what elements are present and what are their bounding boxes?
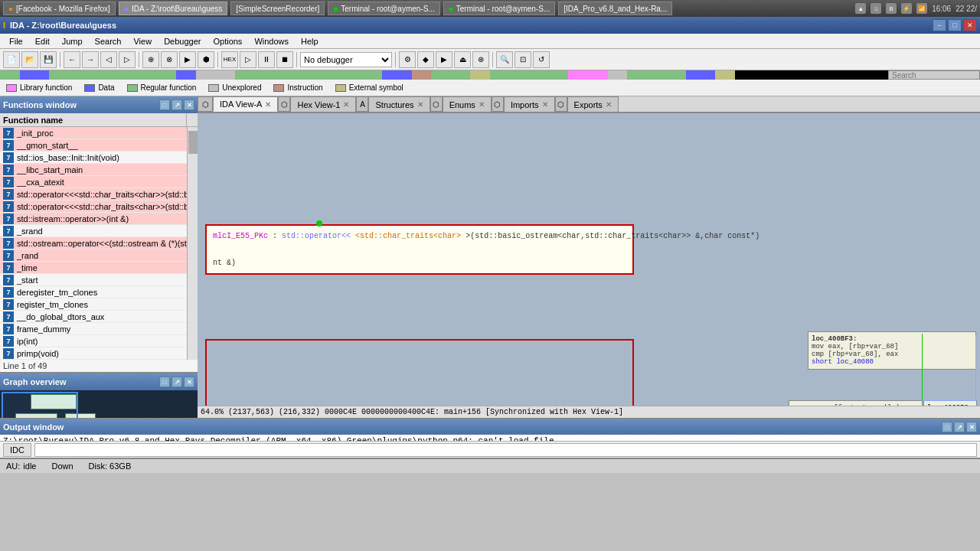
fn-list-item-2[interactable]: 7std::ios_base::Init::Init(void) <box>0 152 198 164</box>
toolbar-btn9[interactable]: ⏹ <box>276 51 293 68</box>
fn-list-item-5[interactable]: 7std::operator<<<std::char_traits<char>>… <box>0 188 198 201</box>
go-win-float[interactable]: ↗ <box>172 377 182 387</box>
menu-search[interactable]: Search <box>89 35 128 47</box>
toolbar-dbg1[interactable]: ⚙ <box>399 51 416 68</box>
menu-help[interactable]: Help <box>295 35 325 47</box>
toolbar-btn8[interactable]: ⏸ <box>258 51 275 68</box>
toolbar-dbg4[interactable]: ⏏ <box>454 51 471 68</box>
status-line: 64.0% (2137,563) (216,332) 0000C4E 00000… <box>198 406 980 418</box>
menu-windows[interactable]: Windows <box>248 35 295 47</box>
menu-view[interactable]: View <box>127 35 158 47</box>
fn-scrollbar[interactable] <box>187 127 198 360</box>
maximize-button[interactable]: □ <box>948 19 962 31</box>
tab-exports[interactable]: Exports ✕ <box>567 96 619 112</box>
graph-right-node3[interactable]: loc_400CB0: mov eax, offset athi <box>923 400 977 406</box>
toolbar-btn4[interactable]: ⊗ <box>161 51 178 68</box>
menu-jump[interactable]: Jump <box>56 35 89 47</box>
go-win-minrestore[interactable]: □ <box>159 377 170 387</box>
toolbar-hex[interactable]: HEX <box>221 51 238 68</box>
search-input[interactable] <box>892 71 976 80</box>
toolbar-btn7[interactable]: ▷ <box>240 51 256 68</box>
tab-hex-view[interactable]: Hex View-1 ✕ <box>290 96 356 112</box>
debugger-dropdown[interactable]: No debugger <box>300 52 392 67</box>
toolbar-fwd[interactable]: → <box>82 51 99 68</box>
legend-regular: Regular function <box>127 83 197 92</box>
toolbar-btn6[interactable]: ⬢ <box>198 51 214 68</box>
menu-edit[interactable]: Edit <box>29 35 56 47</box>
toolbar-more1[interactable]: 🔍 <box>496 51 513 68</box>
fn-list-item-1[interactable]: 7__gmon_start__ <box>0 139 198 152</box>
fn-list-item-17[interactable]: 7ip(int) <box>0 335 198 347</box>
close-button[interactable]: ✕ <box>963 19 977 31</box>
tab-enums[interactable]: Enums ✕ <box>443 96 492 112</box>
fn-list-item-12[interactable]: 7_start <box>0 274 198 286</box>
tab-ida-close[interactable]: ✕ <box>265 100 271 109</box>
legend-library: Library function <box>6 83 72 92</box>
tab-exp-close[interactable]: ✕ <box>606 100 612 109</box>
tab-struct-close[interactable]: ✕ <box>417 100 423 109</box>
graph-right-node1-line3: short loc_40080 <box>812 358 972 366</box>
taskbar-firefox[interactable]: ● [Facebook - Mozilla Firefox] <box>3 2 116 15</box>
fn-list-item-7[interactable]: 7std::istream::operator>>(int &) <box>0 213 198 225</box>
tab-structures[interactable]: Structures ✕ <box>368 96 430 112</box>
taskbar-recorder[interactable]: [SimpleScreenRecorder] <box>230 2 325 15</box>
fn-list-item-8[interactable]: 7_srand <box>0 225 198 237</box>
toolbar-dbg3[interactable]: ▶ <box>436 51 452 68</box>
output-win-float[interactable]: ↗ <box>954 422 965 432</box>
menu-file[interactable]: File <box>3 35 29 47</box>
graph-main-node[interactable]: mlcI_E55_PKc : std::operator<< <std::cha… <box>205 224 634 275</box>
toolbar-save[interactable]: 💾 <box>40 51 57 68</box>
fn-list-item-9[interactable]: 7std::ostream::operator<<(std::ostream &… <box>0 237 198 249</box>
fn-list-item-13[interactable]: 7deregister_tm_clones <box>0 286 198 298</box>
toolbar-back[interactable]: ← <box>64 51 80 68</box>
tab-imp-close[interactable]: ✕ <box>542 100 548 109</box>
minimize-button[interactable]: − <box>933 19 946 31</box>
toolbar-back2[interactable]: ◁ <box>100 51 117 68</box>
toolbar-dbg2[interactable]: ◆ <box>417 51 434 68</box>
go-win-close[interactable]: ✕ <box>184 377 194 387</box>
toolbar-btn5[interactable]: ▶ <box>179 51 196 68</box>
fn-list-item-11[interactable]: 7_time <box>0 262 198 274</box>
taskbar-ida[interactable]: ■ IDA - Z:\root\Bureau\guess <box>119 2 227 15</box>
fn-win-close[interactable]: ✕ <box>184 99 194 110</box>
fn-list-item-14[interactable]: 7register_tm_clones <box>0 298 198 311</box>
graph-right-node1[interactable]: loc_400BF3: mov eax, [rbp+var_68] cmp [r… <box>808 331 976 370</box>
fn-win-minrestore[interactable]: □ <box>159 99 170 110</box>
toolbar-more2[interactable]: ⊡ <box>514 51 531 68</box>
graph-right-node2[interactable]: mov eax, offset aLo ; 'lo' jmp short loc… <box>789 400 923 406</box>
tab-enum-close[interactable]: ✕ <box>479 100 485 109</box>
taskbar-idapro[interactable]: [IDA_Pro_v6.8_and_Hex-Ra... <box>558 2 672 15</box>
graph-area[interactable]: mlcI_E55_PKc : std::operator<< <std::cha… <box>198 113 980 406</box>
fn-list-item-3[interactable]: 7__libc_start_main <box>0 164 198 176</box>
fn-list-item-4[interactable]: 7__cxa_atexit <box>0 176 198 188</box>
output-win-minrestore[interactable]: □ <box>942 422 952 432</box>
fn-win-float[interactable]: ↗ <box>172 99 182 110</box>
toolbar-more3[interactable]: ↺ <box>533 51 550 68</box>
idc-input[interactable] <box>34 443 977 457</box>
legend-library-color <box>6 84 17 92</box>
toolbar-btn3[interactable]: ⊕ <box>142 51 159 68</box>
idc-button[interactable]: IDC <box>3 443 31 457</box>
toolbar-fwd2[interactable]: ▷ <box>119 51 136 68</box>
fn-list-item-18[interactable]: 7primp(void) <box>0 347 198 360</box>
taskbar-terminal2[interactable]: ■ Terminal - root@aymen-S... <box>443 2 555 15</box>
tab-imports[interactable]: Imports ✕ <box>504 96 555 112</box>
fn-scroll-thumb[interactable] <box>188 131 198 154</box>
fn-list-item-10[interactable]: 7_rand <box>0 249 198 262</box>
toolbar-dbg5[interactable]: ⊛ <box>472 51 489 68</box>
graph-overview-content[interactable] <box>0 390 198 418</box>
output-win-close[interactable]: ✕ <box>966 422 977 432</box>
menu-options[interactable]: Options <box>207 35 248 47</box>
tab-hex-close[interactable]: ✕ <box>343 100 349 109</box>
functions-controls: □ ↗ ✕ <box>159 99 194 110</box>
fn-list-item-6[interactable]: 7std::operator<<<std::char_traits<char>>… <box>0 201 198 213</box>
tab-icon-ida: ⬡ <box>198 96 213 112</box>
fn-list-item-0[interactable]: 7_init_proc <box>0 127 198 139</box>
taskbar-terminal1[interactable]: ■ Terminal - root@aymen-S... <box>328 2 439 15</box>
toolbar-open[interactable]: 📂 <box>21 51 38 68</box>
tab-ida-view[interactable]: IDA View-A ✕ <box>213 96 278 112</box>
toolbar-new[interactable]: 📄 <box>3 51 20 68</box>
fn-list-item-16[interactable]: 7frame_dummy <box>0 323 198 335</box>
menu-debugger[interactable]: Debugger <box>158 35 207 47</box>
fn-list-item-15[interactable]: 7__do_global_dtors_aux <box>0 311 198 323</box>
